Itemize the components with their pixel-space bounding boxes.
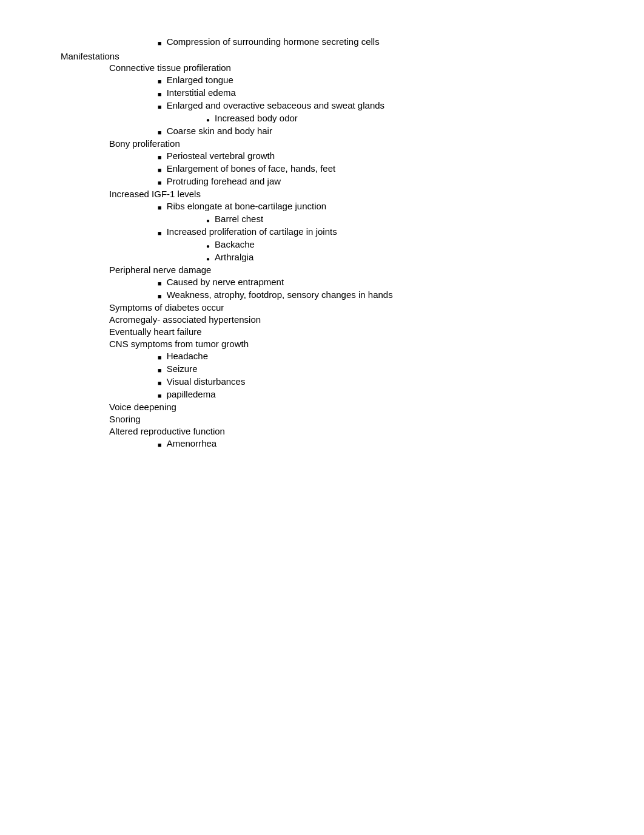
square-bullet-icon — [158, 290, 167, 300]
seizure-text: Seizure — [167, 363, 198, 374]
periosteal-item: Periosteal vertebral growth — [61, 150, 595, 161]
bone-enlargement-text: Enlargement of bones of face, hands, fee… — [167, 163, 336, 174]
igf-label: Increased IGF-1 levels — [61, 189, 595, 199]
circle-bullet-icon — [206, 252, 215, 263]
backache-text: Backache — [215, 239, 255, 249]
square-bullet-icon — [158, 439, 167, 449]
sebaceous-glands-text: Enlarged and overactive sebaceous and sw… — [167, 100, 384, 110]
arthralgia-item: Arthralgia — [61, 252, 595, 263]
manifestations-label: Manifestations — [61, 51, 595, 61]
circle-bullet-icon — [206, 113, 215, 124]
connective-tissue-label: Connective tissue profileration — [61, 63, 595, 73]
interstitial-edema-text: Interstitial edema — [167, 87, 236, 98]
square-bullet-icon — [158, 377, 167, 387]
snoring-text: Snoring — [61, 414, 595, 424]
coarse-skin-item: Coarse skin and body hair — [61, 126, 595, 137]
periosteal-text: Periosteal vertebral growth — [167, 150, 275, 161]
square-bullet-icon — [158, 227, 167, 237]
papilledema-text: papilledema — [167, 389, 216, 399]
peripheral-label: Peripheral nerve damage — [61, 265, 595, 275]
circle-bullet-icon — [206, 214, 215, 225]
cns-label: CNS symptoms from tumor growth — [61, 339, 595, 349]
square-bullet-icon — [158, 101, 167, 111]
coarse-skin-text: Coarse skin and body hair — [167, 126, 272, 136]
protruding-item: Protruding forehead and jaw — [61, 176, 595, 187]
square-bullet-icon — [158, 75, 167, 86]
ribs-elongate-text: Ribs elongate at bone-cartilage junction — [167, 201, 327, 211]
voice-deepening-text: Voice deepening — [61, 402, 595, 412]
acromegaly-text: Acromegaly- associated hypertension — [61, 314, 595, 325]
square-bullet-icon — [158, 277, 167, 288]
main-content: Compression of surrounding hormone secre… — [61, 36, 595, 449]
altered-repro-text: Altered reproductive function — [61, 426, 595, 436]
diabetes-symptoms: Symptoms of diabetes occur — [61, 302, 595, 313]
square-bullet-icon — [158, 390, 167, 400]
headache-item: Headache — [61, 351, 595, 362]
amenorrhea-item: Amenorrhea — [61, 438, 595, 449]
square-bullet-icon — [158, 37, 167, 47]
square-bullet-icon — [158, 364, 167, 374]
enlarged-tongue-text: Enlarged tongue — [167, 75, 233, 85]
protruding-text: Protruding forehead and jaw — [167, 176, 281, 186]
square-bullet-icon — [158, 201, 167, 212]
barrel-chest-text: Barrel chest — [215, 214, 263, 224]
weakness-item: Weakness, atrophy, footdrop, sensory cha… — [61, 289, 595, 300]
top-bullet-item: Compression of surrounding hormone secre… — [61, 36, 595, 47]
arthralgia-text: Arthralgia — [215, 252, 253, 262]
body-odor-text: Increased body odor — [215, 113, 298, 123]
square-bullet-icon — [158, 351, 167, 362]
cartilage-text: Increased proliferation of cartilage in … — [167, 226, 337, 237]
ribs-elongate-item: Ribs elongate at bone-cartilage junction — [61, 201, 595, 212]
square-bullet-icon — [158, 88, 167, 98]
amenorrhea-text: Amenorrhea — [167, 438, 217, 448]
headache-text: Headache — [167, 351, 208, 361]
square-bullet-icon — [158, 126, 167, 137]
backache-item: Backache — [61, 239, 595, 250]
circle-bullet-icon — [206, 240, 215, 250]
papilledema-item: papilledema — [61, 389, 595, 400]
bony-label: Bony proliferation — [61, 138, 595, 149]
top-bullet-text: Compression of surrounding hormone secre… — [167, 36, 380, 47]
barrel-chest-item: Barrel chest — [61, 214, 595, 225]
body-odor-item: Increased body odor — [61, 113, 595, 124]
nerve-entrapment-item: Caused by nerve entrapment — [61, 277, 595, 288]
bone-enlargement-item: Enlargement of bones of face, hands, fee… — [61, 163, 595, 174]
sebaceous-glands-item: Enlarged and overactive sebaceous and sw… — [61, 100, 595, 111]
heart-failure-text: Eventually heart failure — [61, 326, 595, 337]
weakness-text: Weakness, atrophy, footdrop, sensory cha… — [167, 289, 393, 300]
interstitial-edema-item: Interstitial edema — [61, 87, 595, 98]
nerve-entrapment-text: Caused by nerve entrapment — [167, 277, 284, 287]
square-bullet-icon — [158, 164, 167, 174]
square-bullet-icon — [158, 151, 167, 161]
square-bullet-icon — [158, 177, 167, 187]
cartilage-item: Increased proliferation of cartilage in … — [61, 226, 595, 237]
enlarged-tongue-item: Enlarged tongue — [61, 75, 595, 86]
seizure-item: Seizure — [61, 363, 595, 374]
visual-disturbances-item: Visual disturbances — [61, 376, 595, 387]
visual-disturbances-text: Visual disturbances — [167, 376, 246, 387]
